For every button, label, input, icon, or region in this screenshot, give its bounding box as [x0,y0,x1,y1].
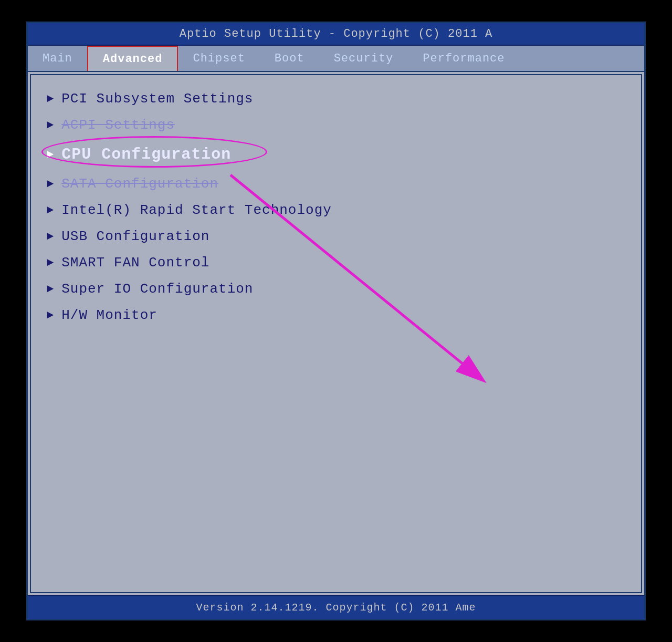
nav-tabs: Main Advanced Chipset Boot Security Perf… [28,46,644,72]
menu-item-rapid[interactable]: ► Intel(R) Rapid Start Technology [47,197,625,223]
sata-label: SATA Configuration [61,176,218,192]
cpu-label: CPU Configuration [61,146,231,163]
title-bar: Aptio Setup Utility - Copyright (C) 2011… [28,23,644,46]
tab-chipset[interactable]: Chipset [178,46,259,71]
menu-item-acpi[interactable]: ► ACPI Settings [47,112,625,138]
acpi-label: ACPI Settings [61,117,175,133]
menu-item-sata[interactable]: ► SATA Configuration [47,171,625,197]
arrow-icon-sata: ► [47,178,54,191]
footer-bar: Version 2.14.1219. Copyright (C) 2011 Am… [28,595,644,619]
footer-text: Version 2.14.1219. Copyright (C) 2011 Am… [196,602,476,614]
tab-performance[interactable]: Performance [408,46,519,71]
smart-label: SMART FAN Control [61,255,209,271]
tab-main[interactable]: Main [28,46,87,71]
arrow-icon-smart: ► [47,256,54,270]
hwmon-label: H/W Monitor [61,307,158,323]
menu-item-smart[interactable]: ► SMART FAN Control [47,250,625,276]
arrow-icon-rapid: ► [47,204,54,217]
tab-security[interactable]: Security [319,46,408,71]
menu-item-cpu[interactable]: ► CPU Configuration [47,140,625,169]
tab-advanced[interactable]: Advanced [87,46,178,71]
bios-screen: Aptio Setup Utility - Copyright (C) 2011… [26,22,646,620]
arrow-icon-cpu: ► [47,148,54,161]
usb-label: USB Configuration [61,229,209,244]
rapid-label: Intel(R) Rapid Start Technology [61,202,332,218]
title-text: Aptio Setup Utility - Copyright (C) 2011… [180,27,493,40]
arrow-icon-acpi: ► [47,119,54,132]
menu-item-usb[interactable]: ► USB Configuration [47,223,625,250]
pci-label: PCI Subsystem Settings [61,91,253,107]
arrow-icon-pci: ► [47,92,54,106]
content-area: ► PCI Subsystem Settings ► ACPI Settings… [30,74,642,593]
menu-item-hwmon[interactable]: ► H/W Monitor [47,302,625,328]
arrow-icon-superio: ► [47,283,54,296]
menu-item-superio[interactable]: ► Super IO Configuration [47,276,625,302]
menu-item-pci[interactable]: ► PCI Subsystem Settings [47,86,625,112]
superio-label: Super IO Configuration [61,281,253,297]
arrow-icon-usb: ► [47,230,54,243]
arrow-icon-hwmon: ► [47,309,54,322]
tab-boot[interactable]: Boot [260,46,319,71]
